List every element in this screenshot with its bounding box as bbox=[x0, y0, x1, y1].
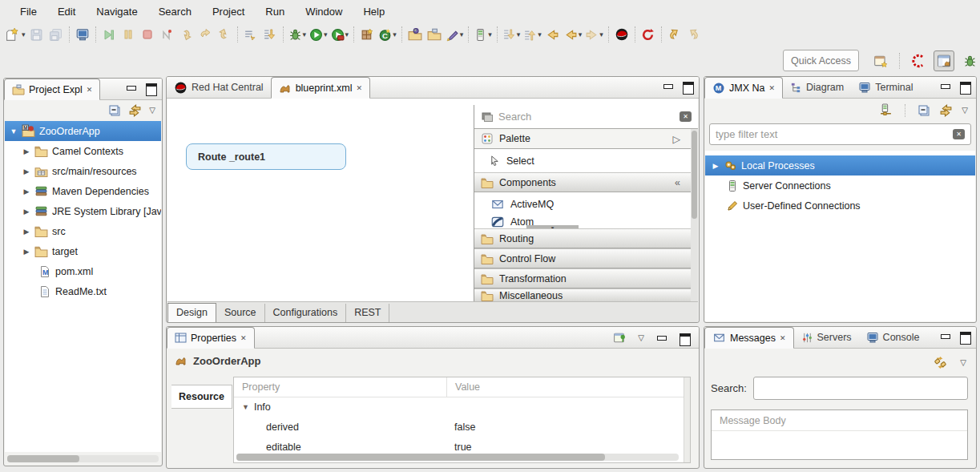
maximize-button[interactable] bbox=[959, 332, 971, 341]
tree-item-camel-contexts[interactable]: ▶ Camel Contexts bbox=[5, 141, 161, 161]
message-body-column-header[interactable]: Message Body bbox=[712, 410, 967, 431]
maximize-button[interactable] bbox=[679, 333, 691, 342]
tree-item-jre-system-library[interactable]: ▶ JRE System Library [Jav bbox=[5, 201, 161, 221]
tree-item-src-main-resources[interactable]: ▶ src/main/resources bbox=[5, 161, 161, 181]
close-icon[interactable]: ✕ bbox=[780, 334, 786, 342]
console-tab[interactable]: Console bbox=[859, 327, 927, 348]
menu-search[interactable]: Search bbox=[148, 2, 202, 21]
close-icon[interactable]: ✕ bbox=[87, 86, 93, 94]
undo-button[interactable] bbox=[665, 24, 684, 45]
message-search-input[interactable] bbox=[753, 377, 968, 400]
property-row-info[interactable]: ▼ Info bbox=[234, 397, 690, 418]
vertical-scrollbar[interactable] bbox=[684, 377, 690, 462]
menu-file[interactable]: File bbox=[10, 2, 47, 21]
jmx-filter-input[interactable] bbox=[716, 128, 953, 140]
pen-dropdown-icon[interactable]: ▾ bbox=[460, 31, 464, 38]
pin-view-button[interactable] bbox=[613, 331, 627, 345]
run-dropdown-icon[interactable]: ▾ bbox=[324, 31, 328, 38]
menu-help[interactable]: Help bbox=[353, 2, 395, 21]
route-design-canvas[interactable]: Route _route1 ✕ Palette ▷ Select bbox=[167, 99, 698, 301]
palette-scrollbar[interactable] bbox=[691, 129, 698, 301]
maximize-button[interactable] bbox=[682, 82, 694, 91]
tree-item-local-processes[interactable]: ▶ Local Processes bbox=[705, 155, 975, 175]
clear-filter-icon[interactable]: ✕ bbox=[953, 129, 965, 139]
refresh-button[interactable] bbox=[639, 24, 658, 45]
server-dropdown-icon[interactable]: ▾ bbox=[488, 31, 492, 38]
refresh-messages-button[interactable] bbox=[934, 356, 947, 369]
previous-annotation-dropdown-icon[interactable]: ▾ bbox=[538, 31, 542, 38]
new-dropdown-icon[interactable]: ▾ bbox=[22, 31, 26, 38]
menu-window[interactable]: Window bbox=[295, 2, 353, 21]
next-annotation-dropdown-icon[interactable]: ▾ bbox=[517, 31, 521, 38]
stop-button[interactable] bbox=[138, 24, 157, 45]
clear-search-icon[interactable]: ✕ bbox=[680, 111, 692, 122]
step-over-button[interactable] bbox=[196, 24, 215, 45]
skip-breakpoints-button[interactable] bbox=[260, 24, 280, 45]
use-step-filters-button[interactable] bbox=[241, 24, 260, 45]
palette-header[interactable]: Palette ▷ bbox=[474, 129, 698, 149]
tree-item-pom-xml[interactable]: pom.xml bbox=[5, 261, 161, 281]
minimize-button[interactable] bbox=[655, 333, 667, 342]
open-console-button[interactable] bbox=[73, 24, 92, 45]
menu-navigate[interactable]: Navigate bbox=[86, 2, 147, 21]
mark-occurrences-button[interactable]: ▾ bbox=[444, 24, 466, 45]
open-task-button[interactable] bbox=[425, 24, 444, 45]
maven-dropdown-icon[interactable]: ▾ bbox=[393, 31, 397, 38]
close-icon[interactable]: ✕ bbox=[240, 334, 247, 342]
save-all-button[interactable] bbox=[46, 24, 66, 45]
terminal-tab[interactable]: Terminal bbox=[851, 77, 920, 98]
close-icon[interactable]: ✕ bbox=[357, 84, 363, 92]
servers-tab[interactable]: Servers bbox=[794, 327, 859, 348]
tree-item-maven-dependencies[interactable]: ▶ Maven Dependencies bbox=[5, 181, 161, 201]
link-with-editor-button[interactable] bbox=[939, 103, 953, 117]
back-button[interactable]: ▾ bbox=[563, 24, 584, 45]
previous-annotation-button[interactable]: ▾ bbox=[522, 24, 543, 45]
debug-perspective-button[interactable] bbox=[959, 50, 980, 71]
route-node[interactable]: Route _route1 bbox=[186, 143, 346, 170]
expander-icon[interactable]: ▶ bbox=[22, 147, 30, 155]
expander-icon[interactable]: ▶ bbox=[22, 208, 30, 216]
debug-dropdown-icon[interactable]: ▾ bbox=[303, 31, 307, 38]
scrollbar-thumb[interactable] bbox=[7, 455, 79, 462]
minimize-button[interactable] bbox=[939, 332, 951, 341]
new-button[interactable]: ▾ bbox=[5, 24, 27, 45]
collapse-all-button[interactable] bbox=[108, 104, 121, 117]
update-maven-button[interactable]: ▾ bbox=[377, 24, 398, 45]
view-menu-button[interactable]: ▽ bbox=[149, 107, 155, 115]
tree-item-readme-txt[interactable]: ReadMe.txt bbox=[5, 281, 161, 301]
message-body-table[interactable]: Message Body bbox=[711, 409, 968, 460]
open-resource-button[interactable] bbox=[405, 24, 425, 45]
view-menu-button[interactable]: ▽ bbox=[638, 334, 644, 342]
collapse-all-button[interactable] bbox=[917, 104, 930, 117]
expander-icon[interactable]: ▶ bbox=[22, 248, 30, 256]
maximize-button[interactable] bbox=[959, 82, 971, 91]
disconnect-button[interactable] bbox=[157, 24, 176, 45]
step-into-button[interactable] bbox=[176, 24, 196, 45]
tree-item-target[interactable]: ▶ target bbox=[5, 241, 161, 261]
diagram-tab[interactable]: Diagram bbox=[783, 77, 851, 98]
palette-item-atom-partial[interactable]: Atom ▾ bbox=[474, 216, 698, 228]
view-menu-button[interactable]: ▽ bbox=[960, 359, 966, 367]
expander-icon[interactable]: ▶ bbox=[22, 228, 30, 236]
new-server-button[interactable]: ▾ bbox=[472, 24, 494, 45]
view-menu-button[interactable]: ▽ bbox=[962, 107, 968, 115]
redhat-central-button[interactable] bbox=[612, 24, 631, 45]
palette-section-routing[interactable]: Routing bbox=[474, 228, 698, 248]
section-pin-icon[interactable]: « bbox=[675, 177, 680, 188]
property-row-derived[interactable]: derived false bbox=[234, 418, 690, 438]
quick-access-button[interactable]: Quick Access bbox=[783, 50, 859, 71]
jmx-navigator-tab[interactable]: JMX Na ✕ bbox=[704, 77, 783, 99]
expander-icon[interactable]: ▶ bbox=[712, 162, 720, 170]
expander-icon[interactable]: ▶ bbox=[22, 167, 30, 175]
tab-configurations[interactable]: Configurations bbox=[265, 304, 347, 322]
next-annotation-button[interactable]: ▾ bbox=[501, 24, 522, 45]
debug-button[interactable]: ▾ bbox=[287, 24, 309, 45]
expander-icon[interactable]: ▼ bbox=[242, 404, 249, 411]
palette-pin-icon[interactable]: ▷ bbox=[672, 133, 680, 145]
palette-item-select[interactable]: Select bbox=[474, 149, 698, 172]
open-perspective-button[interactable] bbox=[870, 50, 891, 71]
tree-item-zooorderapp[interactable]: ▼ ZooOrderApp bbox=[5, 121, 161, 141]
scroll-down-indicator[interactable]: ▾ bbox=[526, 225, 579, 228]
forward-dropdown-icon[interactable]: ▾ bbox=[599, 31, 603, 38]
palette-item-activemq[interactable]: ActiveMQ bbox=[474, 192, 698, 216]
